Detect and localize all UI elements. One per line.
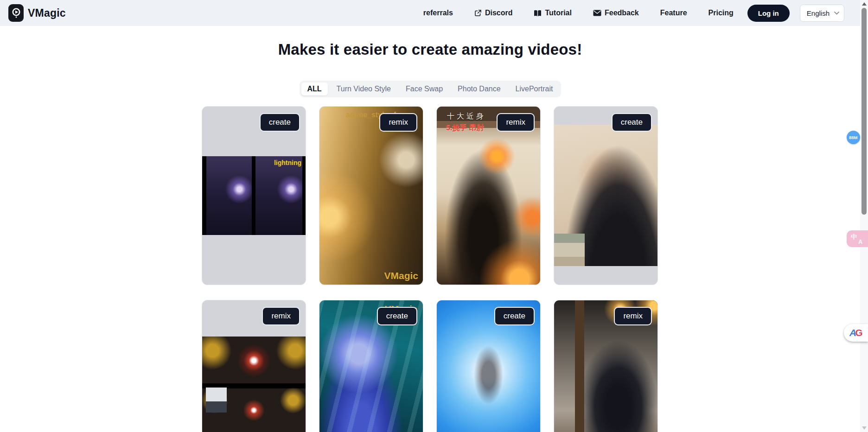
create-button[interactable]: create bbox=[260, 113, 300, 132]
remix-button[interactable]: remix bbox=[262, 307, 300, 325]
tab-face-swap[interactable]: Face Swap bbox=[400, 83, 449, 95]
page-scrollbar[interactable] bbox=[860, 0, 868, 432]
gallery-card[interactable]: remix bbox=[202, 300, 306, 432]
chevron-down-icon bbox=[834, 12, 839, 15]
remix-button[interactable]: remix bbox=[379, 113, 417, 132]
vmagic-watermark: VMagic bbox=[384, 270, 418, 281]
ag-widget-button[interactable]: A G bbox=[844, 324, 868, 342]
nav-item-tutorial[interactable]: Tutorial bbox=[534, 9, 571, 17]
extension-badge-label: 88M bbox=[849, 135, 857, 140]
nav-item-label: Discord bbox=[485, 9, 513, 17]
gallery-card[interactable]: anime_style_4VMagicremix bbox=[319, 106, 423, 285]
book-icon bbox=[534, 10, 542, 17]
page-title: Makes it easier to create amazing videos… bbox=[0, 41, 860, 58]
ag-logo-letter-g: G bbox=[855, 327, 862, 338]
nav-item-label: Pricing bbox=[708, 9, 734, 17]
vmagic-logo-icon bbox=[8, 4, 24, 22]
create-button[interactable]: create bbox=[612, 113, 652, 132]
media-caption-line2: 5.挑手 昂肘 bbox=[446, 123, 484, 133]
gallery-card[interactable]: create bbox=[554, 106, 658, 285]
translate-icon-latin: A bbox=[858, 239, 862, 245]
tab-liveportrait[interactable]: LivePortrait bbox=[510, 83, 559, 95]
gallery-card[interactable]: remix bbox=[554, 300, 658, 432]
create-button[interactable]: create bbox=[494, 307, 535, 325]
scrollbar-thumb[interactable] bbox=[862, 8, 867, 215]
language-selected-label: English bbox=[807, 9, 830, 17]
tab-all[interactable]: ALL bbox=[301, 83, 328, 95]
language-selector[interactable]: English bbox=[800, 5, 844, 22]
external-link-icon bbox=[474, 9, 482, 17]
nav-item-label: Tutorial bbox=[545, 9, 571, 17]
translate-widget-button[interactable]: 中 A bbox=[847, 230, 868, 247]
card-media-ironman bbox=[202, 337, 306, 432]
nav-item-label: referrals bbox=[423, 9, 453, 17]
nav-item-feedback[interactable]: Feedback bbox=[593, 9, 639, 17]
gallery-card[interactable]: VMagiccreate bbox=[319, 300, 423, 432]
nav-item-feature[interactable]: Feature bbox=[660, 9, 687, 17]
card-media-faceswap bbox=[554, 125, 657, 266]
extension-badge-button[interactable]: 88M bbox=[847, 131, 860, 144]
envelope-icon bbox=[593, 10, 601, 16]
brand[interactable]: VMagic bbox=[8, 4, 66, 22]
gallery-card[interactable]: 十大近身5.挑手 昂肘remix bbox=[436, 106, 541, 285]
gallery-card[interactable]: lightningcreate bbox=[202, 106, 306, 285]
login-button[interactable]: Log in bbox=[747, 5, 790, 22]
remix-button[interactable]: remix bbox=[614, 307, 652, 325]
remix-button[interactable]: remix bbox=[497, 113, 535, 132]
brand-title: VMagic bbox=[28, 7, 66, 19]
scrollbar-down-arrow[interactable] bbox=[862, 426, 867, 430]
tab-turn-video-style[interactable]: Turn Video Style bbox=[331, 83, 397, 95]
scrollbar-up-arrow[interactable] bbox=[862, 2, 867, 6]
nav-item-pricing[interactable]: Pricing bbox=[708, 9, 734, 17]
nav-item-label: Feature bbox=[660, 9, 687, 17]
tab-photo-dance[interactable]: Photo Dance bbox=[452, 83, 507, 95]
card-media-anime bbox=[319, 107, 423, 285]
card-media-kungfu bbox=[437, 107, 540, 285]
translate-icon: 中 bbox=[851, 233, 857, 241]
nav-item-discord[interactable]: Discord bbox=[474, 9, 513, 17]
filter-tab-bar: ALLTurn Video StyleFace SwapPhoto DanceL… bbox=[300, 81, 561, 97]
main-content: Makes it easier to create amazing videos… bbox=[0, 41, 860, 432]
card-media-dance: lightning bbox=[202, 156, 306, 235]
header-nav: referralsDiscordTutorialFeedbackFeatureP… bbox=[423, 9, 734, 17]
gallery-card[interactable]: create bbox=[436, 300, 541, 432]
media-caption-line1: 十大近身 bbox=[447, 112, 486, 121]
create-button[interactable]: create bbox=[377, 307, 417, 325]
gallery-grid: lightningcreateanime_style_4VMagicremix十… bbox=[202, 106, 658, 432]
nav-item-referrals[interactable]: referrals bbox=[423, 9, 453, 17]
header: VMagic referralsDiscordTutorialFeedbackF… bbox=[0, 0, 860, 26]
nav-item-label: Feedback bbox=[605, 9, 639, 17]
media-style-label: lightning bbox=[274, 159, 301, 166]
